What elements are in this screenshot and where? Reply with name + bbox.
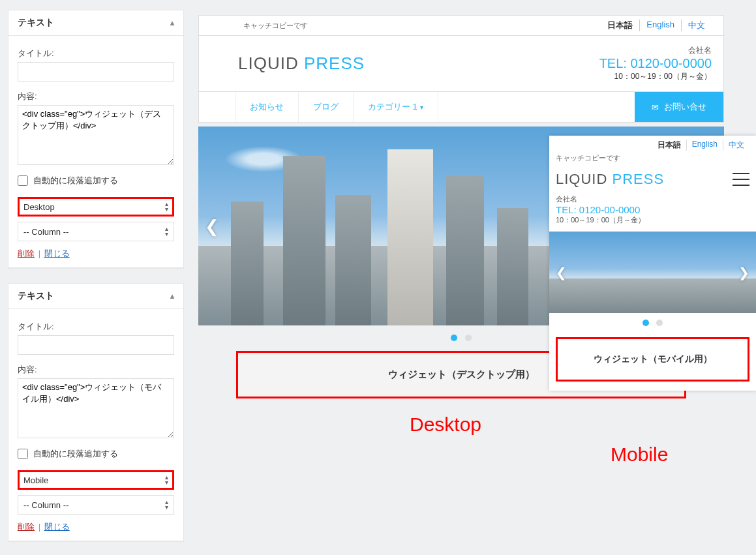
hours-text: 10：00～19：00（月～金）	[599, 71, 712, 82]
widget-header[interactable]: テキスト ▴	[8, 10, 183, 36]
autop-checkbox[interactable]	[18, 175, 28, 186]
lang-en[interactable]: English	[639, 20, 681, 31]
column-select[interactable]: -- Column --	[18, 495, 174, 515]
catch-copy-mobile: キャッチコピーです	[549, 153, 756, 167]
separator: |	[38, 522, 40, 532]
language-switcher-mobile: 日本語 English 中文	[549, 136, 756, 153]
title-label: タイトル:	[18, 48, 174, 59]
nav-category[interactable]: カテゴリー 1 ▾	[354, 92, 438, 122]
envelope-icon: ✉	[652, 102, 659, 112]
chevron-down-icon: ▾	[420, 104, 423, 111]
logo-text-1: LIQUID	[238, 53, 304, 73]
select-arrow-icon	[165, 202, 168, 212]
widget-header[interactable]: テキスト ▴	[8, 284, 183, 309]
delete-link[interactable]: 削除	[18, 248, 35, 258]
desktop-annotation-label: Desktop	[410, 413, 481, 436]
slider-dot[interactable]	[656, 320, 663, 326]
lang-zh[interactable]: 中文	[681, 20, 712, 31]
company-name: 会社名	[599, 45, 712, 56]
nav-news[interactable]: お知らせ	[235, 92, 299, 122]
desktop-widget-text: ウィジェット（デスクトップ用）	[388, 368, 535, 380]
text-widget-panel-mobile: テキスト ▴ タイトル: 内容: <div class="eg">ウィジェット（…	[8, 283, 184, 541]
mobile-widget-output: ウィジェット（モバイル用）	[556, 337, 749, 382]
lang-jp[interactable]: 日本語	[601, 20, 639, 31]
logo-text-1: LIQUID	[556, 171, 612, 187]
site-logo-mobile[interactable]: LIQUID PRESS	[556, 171, 664, 188]
device-select-value: Desktop	[23, 202, 55, 212]
tel-number: TEL: 0120-00-0000	[556, 204, 749, 215]
content-label: 内容:	[18, 91, 174, 102]
autop-label: 自動的に段落追加する	[33, 448, 118, 460]
mobile-header: LIQUID PRESS	[549, 167, 756, 192]
contact-button[interactable]: ✉ お問い合せ	[635, 92, 723, 122]
content-label: 内容:	[18, 364, 174, 376]
header-info: 会社名 TEL: 0120-00-0000 10：00～19：00（月～金）	[599, 45, 712, 82]
column-select-value: -- Column --	[23, 500, 68, 510]
slider-next-icon[interactable]: ❯	[738, 265, 749, 280]
select-arrow-icon	[165, 226, 168, 237]
preview-header: LIQUID PRESS 会社名 TEL: 0120-00-0000 10：00…	[198, 36, 724, 91]
site-logo[interactable]: LIQUID PRESS	[238, 53, 365, 74]
delete-link[interactable]: 削除	[18, 522, 35, 532]
company-name: 会社名	[556, 194, 749, 204]
content-textarea[interactable]: <div class="eg">ウィジェット（デスクトップ用）</div>	[18, 105, 174, 165]
lang-jp[interactable]: 日本語	[652, 140, 686, 151]
contact-label: お問い合せ	[664, 101, 706, 113]
title-label: タイトル:	[18, 321, 174, 333]
preview-mobile: 日本語 English 中文 キャッチコピーです LIQUID PRESS 会社…	[549, 136, 756, 391]
column-select-value: -- Column --	[23, 227, 68, 237]
logo-text-2: PRESS	[304, 53, 365, 73]
nav-category-label: カテゴリー 1	[368, 101, 417, 113]
column-select[interactable]: -- Column --	[18, 222, 174, 241]
collapse-icon[interactable]: ▴	[170, 292, 174, 301]
widget-header-title: テキスト	[18, 290, 54, 302]
mobile-annotation-label: Mobile	[611, 443, 668, 466]
preview-topbar: キャッチコピーです 日本語 English 中文	[198, 15, 724, 36]
nav-blog[interactable]: ブログ	[299, 92, 354, 122]
logo-text-2: PRESS	[612, 171, 664, 187]
tel-number: TEL: 0120-00-0000	[599, 56, 712, 71]
close-link[interactable]: 閉じる	[44, 522, 70, 532]
select-arrow-icon	[165, 500, 168, 510]
hamburger-menu-icon[interactable]	[733, 173, 749, 186]
lang-zh[interactable]: 中文	[723, 140, 749, 151]
main-nav: お知らせ ブログ カテゴリー 1 ▾ ✉ お問い合せ	[198, 91, 724, 123]
close-link[interactable]: 閉じる	[44, 248, 70, 258]
nav-spacer	[438, 92, 635, 122]
device-select[interactable]: Mobile	[18, 470, 174, 490]
device-select-value: Mobile	[23, 475, 48, 485]
device-select[interactable]: Desktop	[18, 197, 174, 217]
hours-text: 10：00～19：00（月～金）	[556, 215, 749, 225]
text-widget-panel-desktop: テキスト ▴ タイトル: 内容: <div class="eg">ウィジェット（…	[8, 10, 184, 268]
widget-header-title: テキスト	[18, 17, 54, 29]
slider-dot[interactable]	[465, 335, 472, 341]
slider-dots-mobile	[549, 318, 756, 328]
title-input[interactable]	[18, 62, 174, 82]
title-input[interactable]	[18, 335, 174, 355]
language-switcher: 日本語 English 中文	[601, 20, 712, 31]
lang-en[interactable]: English	[686, 140, 723, 151]
slider-dot-active[interactable]	[643, 320, 649, 326]
collapse-icon[interactable]: ▴	[170, 18, 174, 27]
catch-copy: キャッチコピーです	[243, 21, 308, 31]
slider-prev-icon[interactable]: ❮	[205, 216, 219, 236]
nav-spacer	[199, 92, 235, 122]
autop-label: 自動的に段落追加する	[33, 175, 118, 187]
mobile-widget-text: ウィジェット（モバイル用）	[594, 353, 712, 364]
slider-dot-active[interactable]	[451, 335, 457, 341]
select-arrow-icon	[165, 475, 168, 485]
mobile-header-info: 会社名 TEL: 0120-00-0000 10：00～19：00（月～金）	[549, 192, 756, 232]
slider-prev-icon[interactable]: ❮	[556, 265, 567, 280]
separator: |	[38, 248, 40, 258]
autop-checkbox[interactable]	[18, 449, 28, 459]
hero-slider-mobile: ❮ ❯	[549, 232, 756, 313]
content-textarea[interactable]: <div class="eg">ウィジェット（モバイル用）</div>	[18, 378, 174, 438]
